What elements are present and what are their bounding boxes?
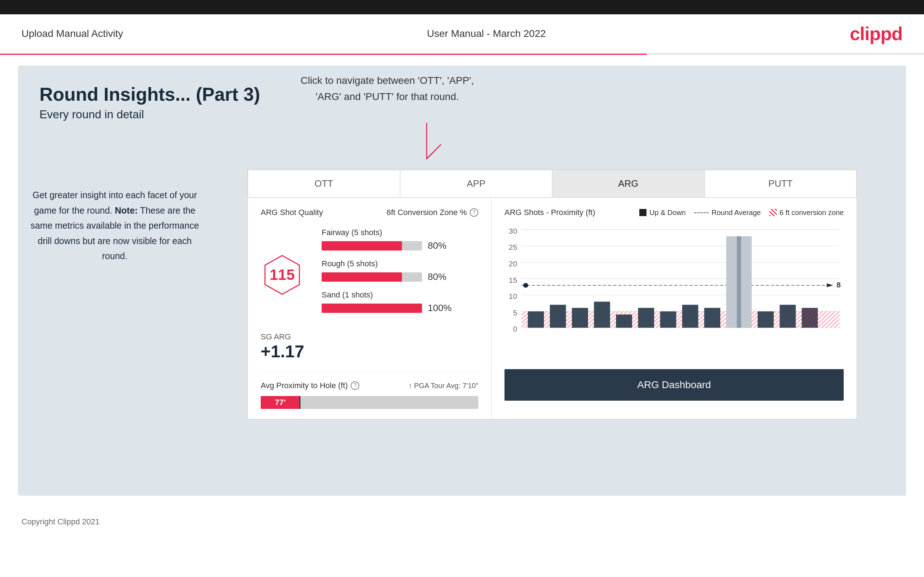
conversion-label: 6ft Conversion Zone % ?	[386, 208, 478, 217]
proximity-section: Avg Proximity to Hole (ft) ? ↑ PGA Tour …	[261, 372, 478, 409]
right-header: ARG Shots - Proximity (ft) Up & Down Rou…	[504, 208, 844, 217]
header: Upload Manual Activity User Manual - Mar…	[0, 15, 924, 54]
chart-area: 30 25 20 15 10 5 0	[504, 226, 844, 362]
fairway-bar-track	[321, 241, 422, 250]
footer: Copyright Clippd 2021	[0, 506, 924, 537]
right-panel: ARG Shots - Proximity (ft) Up & Down Rou…	[491, 198, 856, 419]
shot-quality-label: ARG Shot Quality	[261, 208, 323, 217]
svg-text:10: 10	[509, 293, 517, 300]
bar-6	[638, 308, 654, 327]
fairway-label: Fairway (5 shots)	[321, 228, 478, 237]
bar-14-hatch	[802, 308, 818, 327]
legend-6ft-zone: 6 ft conversion zone	[769, 209, 844, 217]
hexagon-badge: 115	[261, 253, 304, 297]
left-panel: ARG Shot Quality 6ft Conversion Zone % ?…	[248, 198, 491, 419]
legend-6ft-zone-icon	[769, 209, 777, 216]
bar-9	[704, 308, 720, 327]
rough-label: Rough (5 shots)	[321, 259, 478, 268]
bar-1	[528, 311, 544, 328]
svg-text:30: 30	[509, 227, 517, 235]
sg-section: SG ARG +1.17	[261, 332, 478, 361]
upload-manual-link[interactable]: Upload Manual Activity	[21, 28, 123, 39]
proximity-value: 77'	[275, 398, 286, 407]
proximity-header: Avg Proximity to Hole (ft) ? ↑ PGA Tour …	[261, 381, 478, 390]
sand-label: Sand (1 shots)	[321, 290, 478, 300]
bar-10-accent	[737, 236, 741, 327]
tab-arg[interactable]: ARG	[552, 170, 704, 197]
tab-ott[interactable]: OTT	[248, 170, 400, 197]
hex-value: 115	[270, 266, 295, 284]
sand-pct: 100%	[428, 303, 452, 314]
rough-pct: 80%	[428, 271, 446, 282]
bar-5	[616, 315, 632, 328]
copyright-text: Copyright Clippd 2021	[21, 517, 100, 526]
svg-text:0: 0	[513, 326, 517, 333]
bar-11	[758, 311, 774, 328]
bar-7	[660, 311, 676, 328]
svg-text:8: 8	[837, 281, 841, 288]
fairway-pct: 80%	[428, 240, 446, 251]
svg-text:15: 15	[509, 276, 517, 284]
manual-label: User Manual - March 2022	[427, 28, 546, 39]
bar-3	[572, 308, 588, 327]
sand-bar-fill	[321, 303, 422, 313]
nav-annotation: Click to navigate between 'OTT', 'APP', …	[297, 73, 477, 105]
sg-label: SG ARG	[261, 332, 478, 342]
top-bar	[0, 0, 924, 15]
tab-bar: OTT APP ARG PUTT	[248, 170, 856, 198]
shot-quality-bars: Fairway (5 shots) 80% Rough (5 shots)	[321, 228, 478, 321]
round-avg-dot	[523, 283, 528, 288]
left-description: Get greater insight into each facet of y…	[29, 187, 201, 264]
fairway-row: Fairway (5 shots) 80%	[321, 228, 478, 251]
legend-up-down: Up & Down	[639, 209, 686, 217]
fairway-bar-fill	[321, 241, 402, 250]
bar-12	[780, 305, 796, 327]
sand-bar-row: 100%	[321, 303, 478, 314]
right-title: ARG Shots - Proximity (ft)	[504, 208, 595, 217]
rough-bar-track	[321, 272, 422, 282]
fairway-bar-row: 80%	[321, 240, 478, 251]
svg-text:25: 25	[509, 244, 517, 251]
main-content: Round Insights... (Part 3) Every round i…	[18, 66, 906, 496]
proximity-bar-track: 77'	[261, 396, 478, 409]
tab-putt[interactable]: PUTT	[704, 170, 857, 197]
dashboard-card: OTT APP ARG PUTT ARG Shot Quality 6ft Co…	[247, 169, 857, 419]
round-avg-arrow	[827, 284, 833, 287]
bar-2	[550, 305, 566, 327]
card-content: ARG Shot Quality 6ft Conversion Zone % ?…	[248, 198, 856, 419]
chart-svg: 30 25 20 15 10 5 0	[504, 226, 844, 362]
proximity-label: Avg Proximity to Hole (ft) ?	[261, 381, 359, 390]
conversion-help-icon[interactable]: ?	[470, 208, 478, 217]
legend: Up & Down Round Average 6 ft conversion …	[639, 209, 844, 217]
rough-row: Rough (5 shots) 80%	[321, 259, 478, 282]
sand-row: Sand (1 shots) 100%	[321, 290, 478, 314]
clippd-logo: clippd	[850, 23, 903, 44]
proximity-bar-fill: 77'	[261, 396, 300, 409]
legend-up-down-icon	[639, 209, 646, 216]
panel-headers: ARG Shot Quality 6ft Conversion Zone % ?	[261, 208, 478, 217]
arg-dashboard-button[interactable]: ARG Dashboard	[504, 369, 844, 401]
pga-avg-label: ↑ PGA Tour Avg: 7'10"	[409, 382, 478, 390]
header-accent	[0, 54, 924, 55]
bar-8	[682, 305, 698, 327]
rough-bar-fill	[321, 272, 402, 282]
hex-bars-container: 115 Fairway (5 shots) 80%	[261, 228, 478, 321]
legend-round-avg-icon	[694, 212, 709, 213]
proximity-cursor	[299, 396, 300, 409]
tab-app[interactable]: APP	[400, 170, 552, 197]
svg-text:5: 5	[513, 309, 517, 316]
legend-round-avg: Round Average	[694, 209, 761, 217]
sg-value: +1.17	[261, 342, 478, 361]
bar-4	[594, 302, 610, 328]
proximity-help-icon[interactable]: ?	[351, 381, 359, 390]
sand-bar-track	[321, 303, 422, 313]
svg-text:20: 20	[509, 260, 517, 268]
rough-bar-row: 80%	[321, 271, 478, 282]
page-subtitle: Every round in detail	[39, 108, 885, 121]
